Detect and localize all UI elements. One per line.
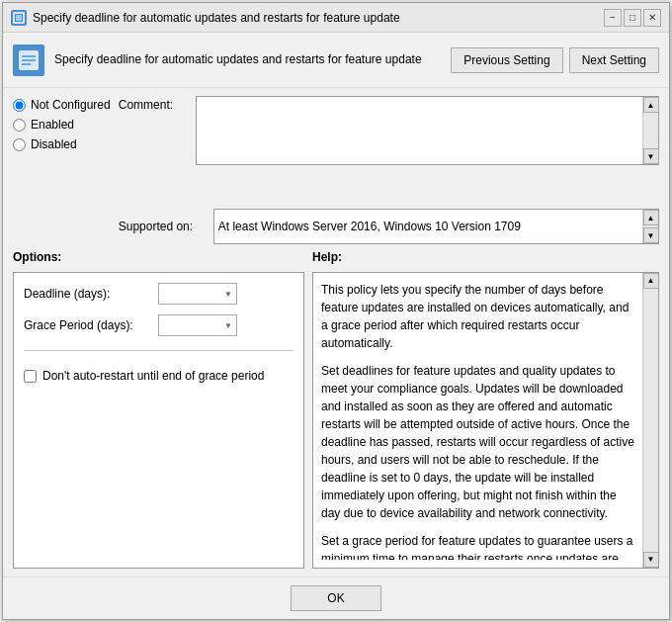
grace-period-arrow-icon: ▼ xyxy=(224,321,232,330)
supported-label: Supported on: xyxy=(119,220,206,233)
supported-box: At least Windows Server 2016, Windows 10… xyxy=(213,209,659,244)
auto-restart-row: Don't auto-restart until end of grace pe… xyxy=(24,369,294,383)
previous-setting-button[interactable]: Previous Setting xyxy=(451,47,562,73)
radio-enabled-input[interactable] xyxy=(13,119,26,132)
radio-enabled-label: Enabled xyxy=(31,118,74,132)
header-row: Specify deadline for automatic updates a… xyxy=(3,33,669,88)
help-box: This policy lets you specify the number … xyxy=(312,272,659,569)
help-scroll-down[interactable]: ▼ xyxy=(643,552,659,568)
close-button[interactable]: ✕ xyxy=(643,9,661,27)
supported-section: Supported on: At least Windows Server 20… xyxy=(119,209,659,244)
radio-not-configured[interactable]: Not Configured xyxy=(13,98,111,112)
help-paragraph-1: This policy lets you specify the number … xyxy=(321,281,634,352)
help-scrollbar: ▲ ▼ xyxy=(642,273,658,568)
grace-period-label: Grace Period (days): xyxy=(24,318,152,332)
next-setting-button[interactable]: Next Setting xyxy=(569,47,659,73)
window-icon xyxy=(11,10,27,26)
deadline-label: Deadline (days): xyxy=(24,287,152,301)
bottom-bar: OK xyxy=(3,577,669,619)
comment-section: Comment: ▲ ▼ xyxy=(119,96,659,201)
header-buttons: Previous Setting Next Setting xyxy=(451,47,659,73)
supported-scroll-down[interactable]: ▼ xyxy=(643,227,659,243)
radio-column: Not Configured Enabled Disabled xyxy=(13,96,111,244)
top-section: Not Configured Enabled Disabled Comment: xyxy=(13,96,659,244)
middle-row: Options: Deadline (days): ▼ Grace Period… xyxy=(13,250,659,569)
comment-scroll-track xyxy=(643,113,658,148)
options-title: Options: xyxy=(13,250,304,264)
grace-period-row: Grace Period (days): ▼ xyxy=(24,314,294,336)
help-scroll-up[interactable]: ▲ xyxy=(643,273,659,289)
auto-restart-label: Don't auto-restart until end of grace pe… xyxy=(42,369,264,383)
help-paragraph-2: Set deadlines for feature updates and qu… xyxy=(321,362,634,522)
options-panel: Options: Deadline (days): ▼ Grace Period… xyxy=(13,250,304,569)
minimize-button[interactable]: − xyxy=(604,9,622,27)
title-bar: Specify deadline for automatic updates a… xyxy=(3,3,669,33)
header-title: Specify deadline for automatic updates a… xyxy=(54,52,441,68)
radio-enabled[interactable]: Enabled xyxy=(13,118,111,132)
supported-value: At least Windows Server 2016, Windows 10… xyxy=(218,220,541,233)
help-title: Help: xyxy=(312,250,659,264)
comment-scroll-down[interactable]: ▼ xyxy=(643,148,659,164)
radio-not-configured-label: Not Configured xyxy=(31,98,111,112)
radio-disabled-label: Disabled xyxy=(31,137,77,151)
comment-label: Comment: xyxy=(119,96,188,112)
radio-disabled[interactable]: Disabled xyxy=(13,137,111,151)
comment-textarea[interactable] xyxy=(196,96,659,165)
deadline-dropdown[interactable]: ▼ xyxy=(158,283,237,305)
supported-scroll-up[interactable]: ▲ xyxy=(643,210,659,225)
grace-period-dropdown[interactable]: ▼ xyxy=(158,314,237,336)
radio-not-configured-input[interactable] xyxy=(13,99,26,112)
radio-disabled-input[interactable] xyxy=(13,138,26,151)
help-scroll-track xyxy=(643,289,658,552)
help-panel: Help: This policy lets you specify the n… xyxy=(312,250,659,569)
help-text: This policy lets you specify the number … xyxy=(321,281,650,560)
options-box: Deadline (days): ▼ Grace Period (days): … xyxy=(13,272,304,569)
auto-restart-checkbox[interactable] xyxy=(24,370,37,383)
main-window: Specify deadline for automatic updates a… xyxy=(2,2,670,620)
radio-group: Not Configured Enabled Disabled xyxy=(13,98,111,151)
ok-button[interactable]: OK xyxy=(291,585,380,611)
help-paragraph-3: Set a grace period for feature updates t… xyxy=(321,532,634,560)
header-icon xyxy=(13,44,44,76)
content-area: Not Configured Enabled Disabled Comment: xyxy=(3,88,669,577)
window-title: Specify deadline for automatic updates a… xyxy=(33,11,598,25)
maximize-button[interactable]: □ xyxy=(624,9,641,27)
right-section: Comment: ▲ ▼ Supported on: At least Wind… xyxy=(119,96,659,244)
window-controls: − □ ✕ xyxy=(604,9,661,27)
deadline-row: Deadline (days): ▼ xyxy=(24,283,294,305)
comment-scroll-up[interactable]: ▲ xyxy=(643,97,659,113)
deadline-arrow-icon: ▼ xyxy=(224,290,232,299)
